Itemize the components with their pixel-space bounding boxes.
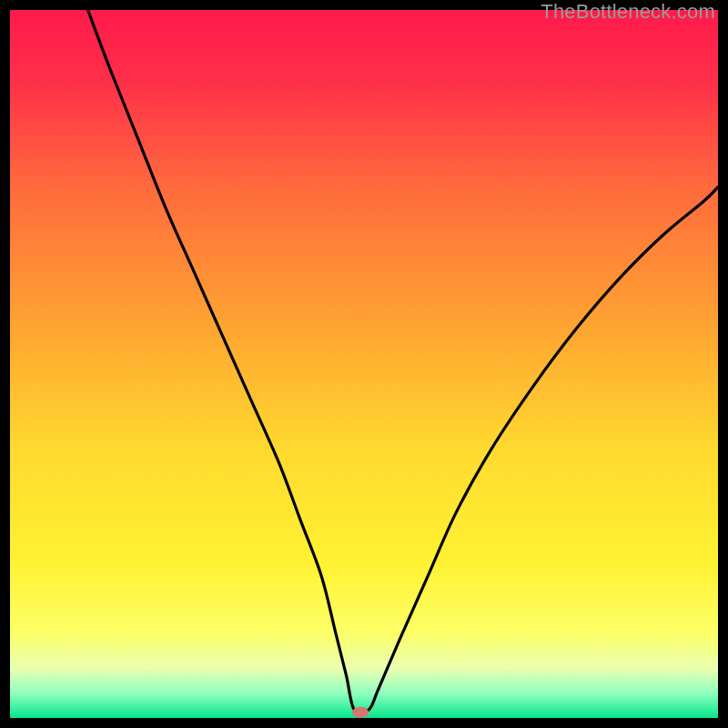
optimal-point-marker [352, 707, 369, 718]
chart-frame [10, 10, 718, 718]
watermark-text: TheBottleneck.com [541, 0, 715, 24]
gradient-background [10, 10, 718, 718]
bottleneck-chart [10, 10, 718, 718]
